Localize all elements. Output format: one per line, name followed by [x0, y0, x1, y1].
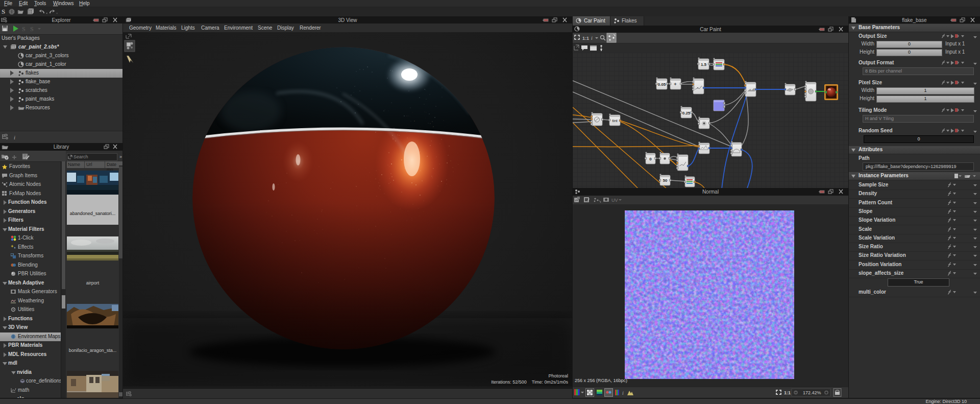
svg-text:0: 0: [649, 157, 652, 161]
svg-text:0.05: 0.05: [658, 82, 666, 87]
svg-text:S: S: [22, 26, 26, 33]
svg-text:S: S: [30, 26, 34, 33]
svg-text:UV: UV: [611, 198, 618, 203]
svg-text:i: i: [14, 134, 15, 140]
svg-text:1:1: 1:1: [784, 390, 791, 395]
svg-text:1:1: 1:1: [582, 36, 589, 41]
svg-text:tint: tint: [612, 118, 618, 123]
svg-text:50: 50: [663, 178, 668, 183]
svg-text:0.25: 0.25: [682, 111, 691, 115]
svg-text:i: i: [622, 390, 624, 396]
svg-text:i: i: [591, 35, 593, 41]
svg-text:+: +: [674, 82, 676, 87]
svg-text:172.42%: 172.42%: [803, 390, 821, 395]
svg-text:S: S: [2, 8, 5, 15]
svg-text:1.5: 1.5: [701, 62, 707, 67]
